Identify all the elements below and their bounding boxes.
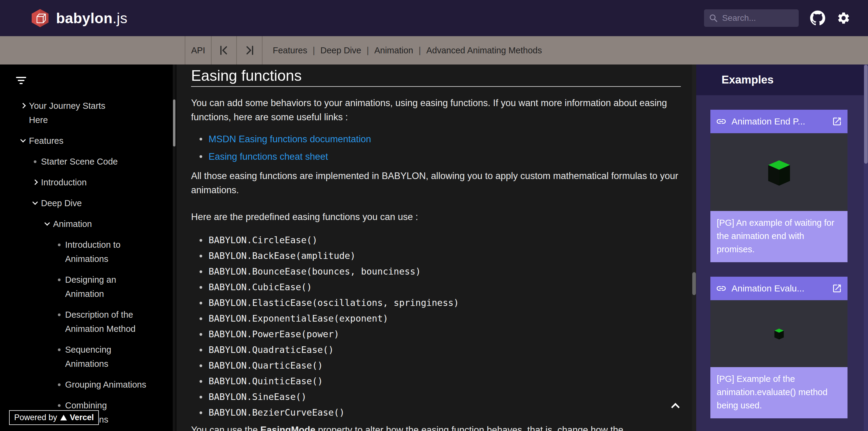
chevron-right-icon xyxy=(29,176,41,190)
brand[interactable]: babylon.js xyxy=(30,8,127,28)
skip-next-icon xyxy=(244,44,255,56)
breadcrumb-animation[interactable]: Animation xyxy=(374,45,413,56)
easing-function-item: BABYLON.BackEase(amplitude) xyxy=(209,248,696,264)
api-link[interactable]: API xyxy=(185,36,211,64)
sidebar-item-animation[interactable]: Animation xyxy=(0,217,176,231)
useful-links-list: MSDN Easing functions documentation Easi… xyxy=(191,132,696,165)
paragraph-text: You can use the xyxy=(191,425,260,431)
brand-bold: babylon xyxy=(56,10,113,26)
link-icon[interactable] xyxy=(716,116,727,127)
top-header: babylon.js xyxy=(0,0,868,36)
playground-preview[interactable] xyxy=(710,133,847,211)
easing-function-item: BABYLON.SineEase() xyxy=(209,389,696,405)
sidebar-item-introduction[interactable]: Introduction xyxy=(0,176,176,190)
title-divider xyxy=(191,86,681,87)
easing-function-item: BABYLON.BounceEase(bounces, bounciness) xyxy=(209,264,696,279)
breadcrumb-separator: | xyxy=(367,45,369,56)
breadcrumb-separator: | xyxy=(418,45,421,56)
easing-function-item: BABYLON.QuinticEase() xyxy=(209,373,696,389)
example-card-caption: [PG] An example of waiting for the anima… xyxy=(710,211,847,262)
search-input[interactable] xyxy=(722,13,794,23)
example-card-caption: [PG] Example of the animation.evaluate()… xyxy=(710,367,847,418)
sidebar-item-designing-an-animation[interactable]: Designing an Animation xyxy=(0,273,176,301)
powered-by-label: Powered by xyxy=(14,413,57,422)
sidebar-item-starter-scene-code[interactable]: Starter Scene Code xyxy=(0,155,176,169)
sidebar-item-label: Introduction to Animations xyxy=(65,238,147,266)
easing-function-item: BABYLON.CubicEase() xyxy=(209,279,696,295)
babylonjs-logo-icon xyxy=(30,8,50,28)
easing-function-item: BABYLON.BezierCurveEase() xyxy=(209,405,696,421)
sidebar-item-sequencing-animations[interactable]: Sequencing Animations xyxy=(0,343,176,371)
breadcrumb-deep-dive[interactable]: Deep Dive xyxy=(320,45,361,56)
content-scrollbar-thumb[interactable] xyxy=(692,272,696,295)
sidebar-item-label: Designing an Animation xyxy=(65,273,147,301)
chevron-down-icon xyxy=(17,134,29,148)
scroll-to-top-button[interactable] xyxy=(669,400,682,412)
example-card-animation-evaluate[interactable]: Animation Evalu... [PG] Example of the a… xyxy=(710,277,847,418)
examples-header: Examples xyxy=(696,64,864,95)
predefined-paragraph: Here are the predefined easing functions… xyxy=(191,210,685,224)
open-in-new-icon[interactable] xyxy=(832,283,842,294)
easing-functions-list: BABYLON.CircleEase() BABYLON.BackEase(am… xyxy=(191,233,696,421)
sidebar-item-label: Starter Scene Code xyxy=(41,155,118,169)
sidebar-item-deep-dive[interactable]: Deep Dive xyxy=(0,196,176,210)
previous-page-button[interactable] xyxy=(212,36,236,64)
chevron-up-icon xyxy=(671,403,680,411)
sidebar-item-label: Your Journey Starts Here xyxy=(29,99,111,127)
sidebar-item-label: Sequencing Animations xyxy=(65,343,147,371)
breadcrumb-advanced-animating-methods[interactable]: Advanced Animating Methods xyxy=(426,45,542,56)
easing-function-item: BABYLON.QuadraticEase() xyxy=(209,342,696,358)
sidebar-item-label: Features xyxy=(29,134,63,148)
sidebar-item-grouping-animations[interactable]: Grouping Animations xyxy=(0,378,176,392)
api-label: API xyxy=(191,45,205,56)
list-item: Easing functions cheat sheet xyxy=(209,150,696,165)
example-card-animation-end[interactable]: Animation End P... [PG] An example of wa… xyxy=(710,110,847,262)
powered-by-vercel-badge[interactable]: Powered by Vercel xyxy=(9,410,99,425)
breadcrumb-features[interactable]: Features xyxy=(273,45,307,56)
sidebar-item-introduction-to-animations[interactable]: Introduction to Animations xyxy=(0,238,176,266)
examples-scrollbar-thumb[interactable] xyxy=(864,65,868,164)
easing-function-item: BABYLON.QuarticEase() xyxy=(209,358,696,373)
examples-panel: Examples Animation End P... [PG] An ex xyxy=(696,64,864,431)
search-box[interactable] xyxy=(704,9,799,27)
intro-paragraph: You can add some behaviors to your anima… xyxy=(191,96,685,124)
settings-button[interactable] xyxy=(837,11,850,25)
msdn-easing-link[interactable]: MSDN Easing functions documentation xyxy=(209,134,371,144)
playground-preview[interactable] xyxy=(710,300,847,367)
sidebar-item-label: Grouping Animations xyxy=(65,378,146,392)
paragraph-text: property to alter how the easing functio… xyxy=(315,425,623,431)
breadcrumb-separator: | xyxy=(313,45,315,56)
chevron-right-icon xyxy=(17,99,29,127)
easing-function-item: BABYLON.ElasticEase(oscillations, spring… xyxy=(209,295,696,311)
github-button[interactable] xyxy=(810,10,825,26)
vercel-logo-icon xyxy=(60,415,67,421)
sidebar-scrollbar-thumb[interactable] xyxy=(173,99,176,147)
filter-icon xyxy=(15,75,27,86)
sidebar: Your Journey Starts Here Features Starte… xyxy=(0,64,176,431)
page-title: Easing functions xyxy=(191,67,696,84)
vercel-label: Vercel xyxy=(70,413,94,422)
header-actions xyxy=(704,9,850,27)
next-page-button[interactable] xyxy=(237,36,262,64)
bullet-icon xyxy=(53,238,65,266)
bullet-icon xyxy=(29,155,41,169)
sidebar-item-label: Description of the Animation Method xyxy=(65,308,147,336)
divider xyxy=(262,36,262,64)
easingmode-paragraph: You can use the EasingMode property to a… xyxy=(191,423,685,431)
open-in-new-icon[interactable] xyxy=(832,116,842,127)
filter-button[interactable] xyxy=(15,75,176,87)
sidebar-item-description-of-the-animation-method[interactable]: Description of the Animation Method xyxy=(0,308,176,336)
sidebar-item-features[interactable]: Features xyxy=(0,134,176,148)
sidebar-item-your-journey[interactable]: Your Journey Starts Here xyxy=(0,99,176,127)
easing-function-item: BABYLON.ExponentialEase(exponent) xyxy=(209,311,696,327)
example-card-header: Animation End P... xyxy=(710,110,847,133)
sidebar-nav: Your Journey Starts Here Features Starte… xyxy=(0,99,176,431)
chevron-down-icon xyxy=(41,217,53,231)
cube-render xyxy=(773,327,785,340)
skip-previous-icon xyxy=(218,44,230,56)
sidebar-item-label: Introduction xyxy=(41,176,87,190)
link-icon[interactable] xyxy=(716,283,727,294)
easing-cheat-sheet-link[interactable]: Easing functions cheat sheet xyxy=(209,151,328,162)
sidebar-scrollbar xyxy=(173,64,176,431)
easingmode-keyword: EasingMode xyxy=(260,425,315,431)
